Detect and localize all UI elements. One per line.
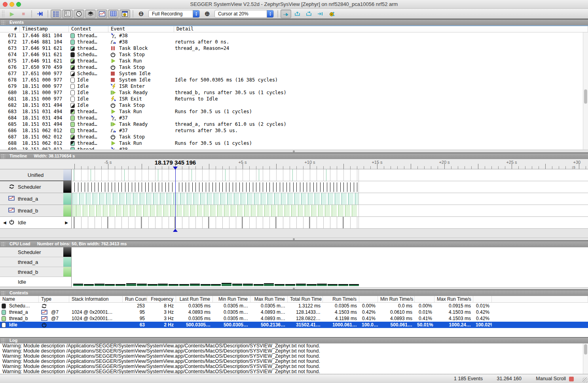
timeline-row-thread_b[interactable]: thread_b (0, 205, 71, 217)
goto-next-task-button[interactable] (315, 9, 326, 18)
timeline-chart[interactable] (72, 169, 588, 229)
step-out-button[interactable] (292, 9, 303, 18)
contexts-column-run-time-s[interactable]: Run Time/s (323, 296, 359, 302)
cursor-position-select[interactable]: Cursor at 20% ▲▼ (214, 10, 274, 18)
cpu-row-thread_a[interactable]: thread_a (0, 257, 71, 267)
contexts-column-stack-information[interactable]: Stack Information (69, 296, 123, 302)
contexts-column-min-run-time-s[interactable]: Min Run Time/s (378, 296, 415, 302)
timeline-row-thread_a[interactable]: thread_a (0, 193, 71, 205)
contexts-column-type[interactable]: Type (39, 296, 69, 302)
contexts-column-header[interactable]: NameTypeStack InformationRun CountFreque… (0, 296, 588, 303)
scroll-left-icon[interactable]: ◀ (3, 220, 6, 225)
event-row[interactable]: 679 18.151 000 977 Idle ISR Enter (0, 83, 588, 89)
event-row[interactable]: 678 17.651 000 977 Idle System Idle Idle… (0, 77, 588, 83)
context-row-schedu[interactable]: Schedu…2538 Hz0.0305 ms0.0305 m…0.0305 m… (0, 303, 588, 309)
timeline-ruler[interactable]: 18.179 345 196 -5 s+5 s+10 s+15 s+20 s+2… (0, 159, 588, 169)
event-row[interactable]: 683 18.151 031 494 thread… Task Run Runs… (0, 108, 588, 115)
event-row[interactable]: 677 17.651 000 977 Schedu… System Idle (0, 70, 588, 77)
event-row[interactable]: 674 17.646 911 621 Schedu… Task Stop (0, 51, 588, 58)
show-terminal-button[interactable] (62, 9, 73, 18)
context-row-thread_b[interactable]: thread_b@71024 @ 0x20001…953 Hz0.0305 ms… (0, 315, 588, 322)
events-column-num[interactable]: # (0, 26, 20, 32)
contexts-column-run-count[interactable]: Run Count (123, 296, 147, 302)
recording-range-select[interactable]: Full Recording ▲▼ (148, 10, 200, 18)
goto-end-button[interactable] (34, 9, 45, 18)
splitter-events-timeline[interactable] (0, 150, 588, 153)
log-scrollbar-thumb[interactable] (584, 344, 587, 355)
context-row-thread_a[interactable]: thread_a@71024 @ 0x20001…953 Hz4.0893 ms… (0, 309, 588, 315)
contexts-column-pct[interactable] (415, 296, 434, 302)
goto-next-event-button[interactable] (281, 9, 291, 18)
event-row[interactable]: 673 17.646 911 621 thread… Task Block th… (0, 45, 588, 51)
show-system-button[interactable] (119, 9, 130, 18)
show-cpu-button[interactable] (85, 9, 96, 18)
log-scrollbar[interactable] (583, 343, 588, 374)
cursor-marker-bottom[interactable] (173, 229, 178, 232)
event-row[interactable]: 686 18.151 062 012 thread… fx#37 returns… (0, 127, 588, 134)
timeline-track-thread_b[interactable] (72, 205, 588, 217)
contexts-column-last-run-time[interactable]: Last Run Time (176, 296, 213, 302)
timeline-track-idle[interactable] (72, 217, 588, 229)
event-row[interactable]: 689 18.151 062 012 thread… fx#38 (0, 146, 588, 150)
contexts-column-frequency[interactable]: Frequency (147, 296, 176, 302)
event-row[interactable]: 687 18.151 062 012 thread… Task Stop (0, 134, 588, 140)
recording-indicator-icon[interactable] (569, 377, 574, 381)
timeline-row-unified[interactable]: Unified (0, 169, 71, 181)
event-row[interactable]: 688 18.151 062 012 thread… Task Run Runs… (0, 140, 588, 146)
show-timers-button[interactable] (74, 9, 84, 18)
event-row[interactable]: 681 18.151 000 977 Idle ISR Exit Returns… (0, 96, 588, 102)
cpu-row-scheduler[interactable]: Scheduler (0, 247, 71, 257)
contexts-column-total-run-time[interactable]: Total Run Time (288, 296, 323, 302)
stop-recording-button[interactable]: ■ (18, 9, 29, 18)
context-row-idle[interactable]: Idle632 Hz500.0305…500.0305…500.2136…315… (0, 322, 588, 328)
events-scrollbar[interactable] (583, 32, 588, 150)
events-column-context[interactable]: Context (69, 26, 108, 32)
events-scrollbar-thumb[interactable] (584, 89, 587, 104)
events-column-event[interactable]: Event (108, 26, 174, 32)
timeline-panel-header[interactable]: Timeline Width: 38.1170654 s (0, 153, 588, 159)
log-panel-header[interactable]: Log (0, 337, 588, 343)
splitter-timeline-cpu[interactable] (0, 237, 588, 241)
events-column-detail[interactable]: Detail (174, 26, 588, 32)
window-resize-grip[interactable] (582, 377, 588, 383)
contexts-column-max-run-time-s[interactable]: Max Run Time/s (434, 296, 473, 302)
contexts-column-max-run-time[interactable]: Max Run Time (250, 296, 288, 302)
event-row[interactable]: 685 18.151 031 494 thread… Task Ready th… (0, 121, 588, 127)
timeline-track-scheduler[interactable] (72, 181, 588, 193)
cpu-row-thread_b[interactable]: thread_b (0, 267, 71, 277)
event-row[interactable]: 682 18.151 031 494 Idle Task Stop (0, 102, 588, 108)
contexts-column-min-run-time[interactable]: Min Run Time (213, 296, 250, 302)
event-row[interactable]: 671 17.646 881 104 thread… fx#38 (0, 32, 588, 39)
toolbar-drag-handle[interactable] (2, 10, 5, 17)
events-column-header[interactable]: #TimestampContextEventDetail (0, 26, 588, 32)
timeline-track-unified[interactable] (72, 169, 588, 181)
cpu-load-panel-header[interactable]: CPU Load Number of bins: 50, Bin width: … (0, 241, 588, 247)
show-contexts-button[interactable] (108, 9, 119, 18)
scroll-right-icon[interactable]: ▶ (65, 220, 68, 225)
cpu-load-chart[interactable] (72, 247, 588, 287)
event-row[interactable]: 684 18.151 031 494 thread… fx#37 (0, 115, 588, 121)
step-over-button[interactable] (303, 9, 314, 18)
timeline-row-idle[interactable]: Idle◀▶ (0, 217, 71, 229)
timeline-track-thread_a[interactable] (72, 193, 588, 205)
zoom-out-button[interactable]: ⊖ (136, 9, 146, 18)
run-settings-button[interactable] (326, 9, 337, 18)
timeline-row-scheduler[interactable]: Scheduler (0, 181, 71, 193)
events-panel-header[interactable]: Events (0, 19, 588, 25)
contexts-column-name[interactable]: Name (0, 296, 39, 302)
cpu-row-idle[interactable]: Idle (0, 277, 71, 287)
cursor-line[interactable] (175, 169, 176, 229)
contexts-panel-header[interactable]: Contexts (0, 290, 588, 296)
event-row[interactable]: 675 17.646 911 621 thread… Task Run (0, 58, 588, 64)
cursor-marker-top[interactable] (173, 167, 178, 170)
show-events-button[interactable] (51, 9, 61, 18)
events-column-timestamp[interactable]: Timestamp (20, 26, 69, 32)
show-timeline-button[interactable] (97, 9, 107, 18)
contexts-column-pct[interactable] (492, 296, 588, 302)
event-row[interactable]: 676 17.650 970 459 thread… Task Stop (0, 64, 588, 70)
contexts-column-pct[interactable] (359, 296, 378, 302)
event-row[interactable]: 672 17.646 881 104 thread… fx#38 returns… (0, 39, 588, 45)
zoom-in-button[interactable]: ⊕ (202, 9, 212, 18)
contexts-column-pct[interactable] (473, 296, 492, 302)
event-row[interactable]: 680 18.151 000 977 Idle Task Ready threa… (0, 89, 588, 96)
